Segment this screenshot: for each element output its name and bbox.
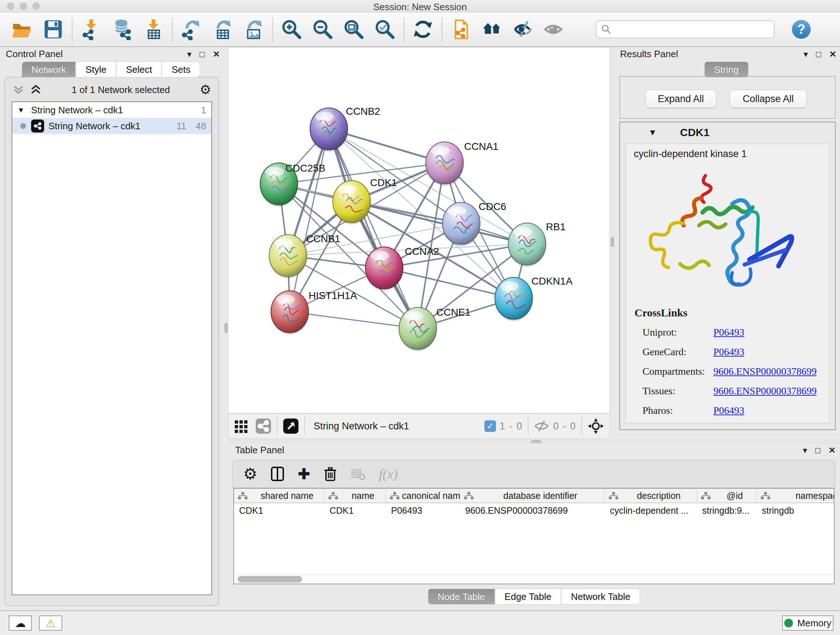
export-table-file-icon[interactable]	[207, 16, 238, 42]
crosslink-link[interactable]: 9606.ENSP00000378699	[714, 366, 816, 377]
table-cell[interactable]: CDK1	[234, 503, 325, 518]
tab-style[interactable]: Style	[76, 62, 116, 78]
tab-sets[interactable]: Sets	[162, 62, 200, 78]
network-node-RB1[interactable]	[508, 223, 546, 267]
tab-node-table[interactable]: Node Table	[428, 589, 495, 605]
network-row-selected[interactable]: String Network – cdk1 11 48	[12, 118, 211, 134]
crosslink-link[interactable]: P06493	[714, 405, 745, 416]
table-cell[interactable]: cyclin-dependent ...	[605, 503, 697, 518]
tab-network-table[interactable]: Network Table	[561, 589, 640, 605]
tab-network[interactable]: Network	[22, 62, 76, 78]
grid-view-icon[interactable]	[233, 418, 249, 434]
horizontal-splitter[interactable]	[228, 439, 840, 444]
panel-menu-icon[interactable]: ▾	[803, 445, 807, 455]
splitter-handle[interactable]	[531, 440, 541, 443]
table-cell[interactable]: stringdb	[757, 503, 835, 518]
zoom-in-icon[interactable]	[276, 16, 307, 42]
table-cell[interactable]: CDK1	[325, 503, 386, 518]
column-header-description[interactable]: description	[605, 489, 697, 502]
table-cell[interactable]: P06493	[386, 503, 460, 518]
network-node-HIST1H1A[interactable]	[271, 291, 309, 334]
network-node-CCNA1[interactable]	[426, 142, 463, 186]
column-header-@id[interactable]: @id	[697, 489, 757, 502]
fit-content-icon[interactable]	[338, 16, 369, 42]
search-box[interactable]	[596, 20, 775, 38]
panel-menu-icon[interactable]: ▾	[804, 49, 808, 59]
network-options-gear-icon[interactable]: ⚙	[200, 82, 211, 97]
network-edge[interactable]	[290, 312, 418, 328]
node-table[interactable]: shared namenamecanonical namedatabase id…	[233, 488, 835, 584]
add-column-icon[interactable]: ✚	[298, 466, 310, 482]
panel-close-icon[interactable]: ✕	[829, 445, 836, 455]
expand-all-button[interactable]: Expand All	[645, 90, 716, 108]
selected-checkbox-icon[interactable]: ✓	[485, 420, 496, 432]
cloud-status-button[interactable]: ☁	[9, 616, 32, 631]
crosslink-link[interactable]: 9606.ENSP00000378699	[714, 385, 816, 397]
crosslink-link[interactable]: P06493	[714, 346, 745, 358]
string-labels-toggle-icon[interactable]	[538, 16, 570, 42]
gene-section-header[interactable]: ▼ CDK1	[620, 122, 835, 143]
help-button[interactable]: ?	[792, 20, 811, 39]
column-header-shared-name[interactable]: shared name	[234, 489, 325, 502]
export-network-file-icon[interactable]	[176, 16, 207, 42]
search-input[interactable]	[612, 24, 769, 35]
warnings-button[interactable]: ⚠	[39, 616, 62, 631]
panel-close-icon[interactable]: ✕	[829, 49, 836, 59]
crosslink-link[interactable]: P06493	[714, 326, 745, 338]
zoom-selected-icon[interactable]	[369, 16, 401, 42]
network-collection-row[interactable]: ▼ String Network – cdk1 1	[12, 102, 211, 118]
table-cell[interactable]: stringdb:9...	[697, 503, 757, 518]
network-node-CCNE1[interactable]	[399, 307, 437, 351]
open-session-icon[interactable]	[6, 16, 38, 42]
import-table-file-icon[interactable]	[138, 16, 169, 42]
column-header-canonical-name[interactable]: canonical name	[386, 489, 460, 502]
fit-selected-crosshair-icon[interactable]	[587, 417, 605, 435]
tree-expander-icon[interactable]: ▼	[17, 106, 25, 114]
network-node-CCNA2[interactable]	[365, 247, 403, 291]
table-settings-gear-icon[interactable]: ⚙	[243, 466, 257, 482]
right-divider-handle[interactable]	[611, 237, 614, 247]
column-header-namespace[interactable]: namespace	[757, 489, 835, 502]
panel-float-icon[interactable]: □	[199, 49, 205, 59]
panel-close-icon[interactable]: ✕	[213, 49, 220, 59]
expand-all-icon[interactable]	[30, 84, 42, 95]
memory-button[interactable]: Memory	[782, 616, 834, 631]
export-image-icon[interactable]	[238, 16, 269, 42]
tab-string[interactable]: String	[704, 62, 748, 78]
network-node-CDK1[interactable]	[333, 181, 370, 225]
network-node-CCNB1[interactable]	[269, 234, 307, 279]
column-header-name[interactable]: name	[325, 489, 386, 502]
table-row[interactable]: CDK1CDK1P064939606.ENSP00000378699cyclin…	[234, 503, 834, 518]
delete-column-trash-icon[interactable]	[322, 466, 338, 482]
network-canvas[interactable]: CCNB2CCNA1CDC25BCDK1CDC6RB1CCNB1CCNA2CDK…	[228, 47, 610, 413]
collapse-all-button[interactable]: Collapse All	[729, 90, 807, 108]
network-edge[interactable]	[384, 268, 514, 298]
table-cell[interactable]: 9606.ENSP00000378699	[460, 503, 605, 518]
show-columns-icon[interactable]	[270, 466, 286, 482]
table-horizontal-scrollbar[interactable]	[234, 574, 834, 584]
left-divider-handle[interactable]	[224, 323, 228, 333]
string-glass-effect-icon[interactable]	[508, 16, 538, 42]
panel-menu-icon[interactable]: ▾	[187, 49, 191, 59]
tab-edge-table[interactable]: Edge Table	[495, 589, 561, 605]
birdseye-view-icon[interactable]	[283, 418, 299, 434]
panel-float-icon[interactable]: □	[816, 49, 821, 59]
hidden-eye-icon[interactable]	[534, 420, 549, 432]
zoom-out-icon[interactable]	[307, 16, 338, 42]
network-share-icon[interactable]	[255, 418, 272, 434]
string-document-icon[interactable]	[445, 16, 477, 42]
network-node-CDKN1A[interactable]	[495, 277, 532, 321]
network-node-CDC6[interactable]	[442, 203, 480, 246]
import-network-file-icon[interactable]	[76, 16, 107, 42]
save-session-icon[interactable]	[38, 16, 69, 42]
section-expander-icon[interactable]: ▼	[648, 127, 657, 138]
network-node-CCNB2[interactable]	[310, 108, 347, 152]
refresh-icon[interactable]	[407, 16, 439, 42]
collapse-all-icon[interactable]	[12, 84, 25, 95]
tab-select[interactable]: Select	[116, 62, 162, 78]
panel-float-icon[interactable]: □	[815, 445, 821, 455]
column-header-database-identifier[interactable]: database identifier	[460, 489, 605, 502]
network-edge[interactable]	[290, 129, 329, 312]
string-home-icon[interactable]	[477, 16, 508, 42]
scrollbar-thumb[interactable]	[238, 576, 302, 583]
